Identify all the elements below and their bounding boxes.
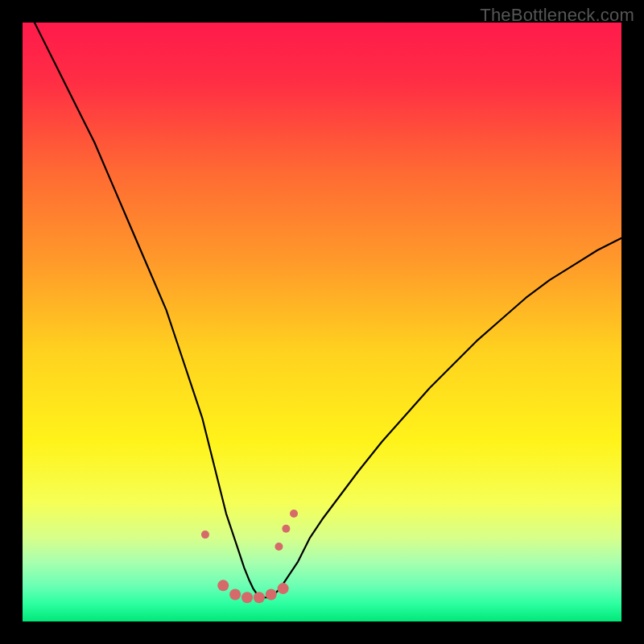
data-marker — [266, 589, 277, 601]
data-marker — [242, 592, 253, 603]
data-marker — [229, 589, 241, 601]
data-marker — [290, 510, 298, 518]
chart-area — [23, 23, 621, 621]
gradient-background — [23, 23, 621, 621]
data-marker — [254, 592, 265, 603]
data-marker — [275, 543, 283, 551]
chart-svg — [23, 23, 621, 621]
data-marker — [217, 580, 229, 591]
outer-frame: TheBottleneck.com — [0, 0, 644, 644]
data-marker — [282, 525, 290, 533]
data-marker — [201, 530, 209, 539]
data-marker — [278, 583, 289, 594]
